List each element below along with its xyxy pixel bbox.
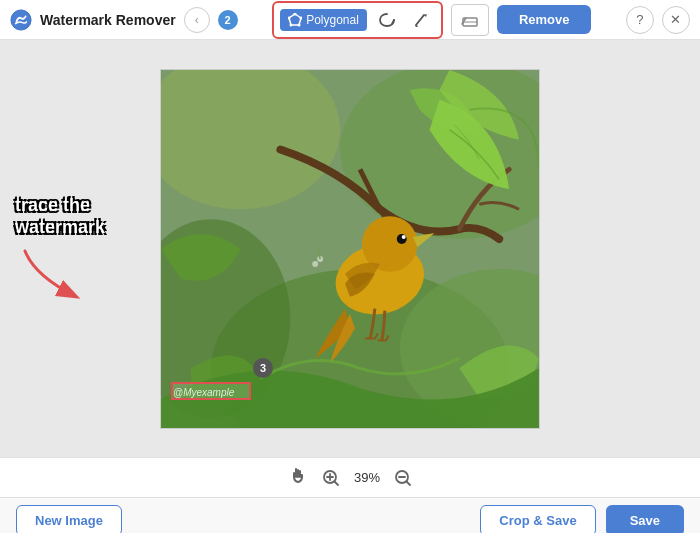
svg-point-17 [397,234,407,244]
app-title: Watermark Remover [40,12,176,28]
close-button[interactable]: ✕ [662,6,690,34]
save-button[interactable]: Save [606,505,684,533]
titlebar-right: ? ✕ [626,6,690,34]
remove-button[interactable]: Remove [497,5,592,34]
image-container[interactable]: @Myexample 3 [160,69,540,429]
zoom-level: 39% [354,470,380,485]
footer-bar: New Image Crop & Save Save [0,497,700,533]
zoom-bar: 39% [0,457,700,497]
arrow-icon [15,246,95,306]
back-icon: ‹ [195,13,199,27]
zoom-in-button[interactable] [322,469,340,487]
svg-marker-1 [289,14,301,25]
back-button[interactable]: ‹ [184,7,210,33]
titlebar-left: Watermark Remover ‹ 2 [10,7,238,33]
svg-point-20 [312,260,318,266]
brush-tool-button[interactable] [407,6,435,34]
brush-icon [412,11,430,29]
bird-image[interactable]: @Myexample 3 [160,69,540,429]
lasso-tool-button[interactable] [373,6,401,34]
eraser-button[interactable] [451,4,489,36]
svg-point-18 [402,235,406,239]
annotation-overlay: trace the watermark [15,195,105,310]
polygonal-icon [288,13,302,27]
svg-point-5 [290,23,293,26]
help-icon: ? [636,12,643,27]
help-button[interactable]: ? [626,6,654,34]
annotation-line2: watermark [15,217,105,239]
lasso-icon [378,11,396,29]
hand-icon [288,466,308,486]
zoom-out-icon [394,469,412,487]
polygonal-label: Polygonal [306,13,359,27]
svg-point-4 [298,23,301,26]
tools-group: Polygonal [272,1,443,39]
toolbar-center: Polygonal Remo [272,1,591,39]
bird-illustration [161,70,539,428]
eraser-icon [460,10,480,30]
hand-tool-button[interactable] [288,466,308,490]
step2-badge: 2 [218,10,238,30]
svg-line-27 [407,481,411,485]
new-image-button[interactable]: New Image [16,505,122,533]
app-logo-icon [10,9,32,31]
footer-right-buttons: Crop & Save Save [480,505,684,533]
main-canvas-area: trace the watermark [0,40,700,457]
close-icon: ✕ [670,12,681,27]
zoom-in-icon [322,469,340,487]
svg-line-24 [334,481,338,485]
zoom-out-button[interactable] [394,469,412,487]
crop-save-button[interactable]: Crop & Save [480,505,595,533]
step3-badge: 3 [253,358,273,378]
titlebar: Watermark Remover ‹ 2 Polygonal [0,0,700,40]
watermark-selection-box[interactable] [171,382,251,400]
annotation-line1: trace the [15,195,105,217]
svg-point-0 [11,9,31,29]
polygonal-tool-button[interactable]: Polygonal [280,9,367,31]
